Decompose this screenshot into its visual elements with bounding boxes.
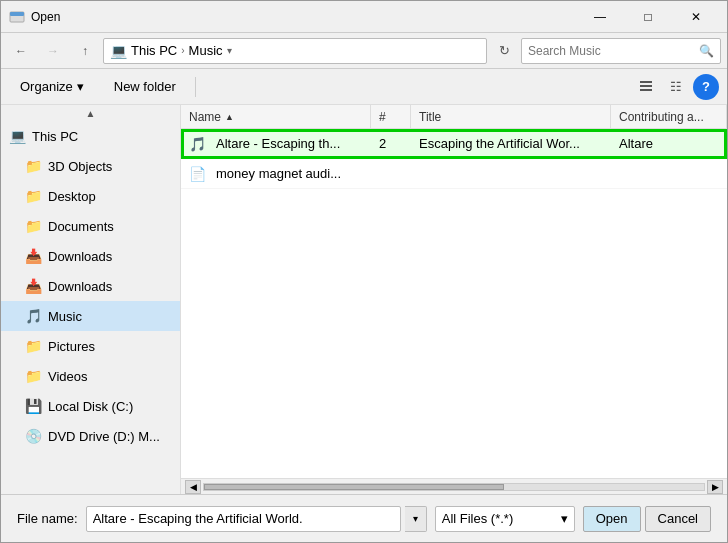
action-buttons: Open Cancel <box>583 506 711 532</box>
file-area: Name ▲ # Title Contributing a... <box>181 105 727 494</box>
help-button[interactable]: ? <box>693 74 719 100</box>
file-row-money[interactable]: 📄 money magnet audi... <box>181 159 727 189</box>
sidebar-item-desktop[interactable]: 📁 Desktop <box>1 181 180 211</box>
col-header-contributing[interactable]: Contributing a... <box>611 105 727 128</box>
file-cell-altare-contributing: Altare <box>611 129 727 158</box>
hscroll-thumb[interactable] <box>204 484 504 490</box>
new-folder-button[interactable]: New folder <box>103 74 187 100</box>
file-cell-altare-hash: 2 <box>371 129 411 158</box>
sidebar-item-thispc-label: This PC <box>32 129 78 144</box>
bottom-bar: File name: ▾ All Files (*.*) ▾ Open Canc… <box>1 494 727 542</box>
music-icon: 🎵 <box>25 308 42 324</box>
documents-icon: 📁 <box>25 218 42 234</box>
sidebar-item-thispc[interactable]: 💻 This PC <box>1 121 180 151</box>
svg-rect-3 <box>640 85 652 87</box>
desktop-icon: 📁 <box>25 188 42 204</box>
view-controls: ☷ ? <box>633 74 719 100</box>
file-cell-money-title <box>411 159 611 188</box>
maximize-button[interactable]: □ <box>625 5 671 29</box>
filetype-value: All Files (*.*) <box>442 511 514 526</box>
breadcrumb-music: Music <box>189 43 223 58</box>
col-contributing-label: Contributing a... <box>619 110 704 124</box>
col-name-label: Name <box>189 110 221 124</box>
file-icon-money: 📄 <box>189 166 206 182</box>
pictures-icon: 📁 <box>25 338 42 354</box>
sidebar-item-downloads1[interactable]: 📥 Downloads <box>1 241 180 271</box>
col-hash-label: # <box>379 110 386 124</box>
filetype-select[interactable]: All Files (*.*) ▾ <box>435 506 575 532</box>
main-area: ▲ 💻 This PC 📁 3D Objects 📁 Desktop 📁 Doc… <box>1 105 727 494</box>
localdisk-icon: 💾 <box>25 398 42 414</box>
minimize-button[interactable]: — <box>577 5 623 29</box>
hscroll-left-button[interactable]: ◀ <box>185 480 201 494</box>
address-bar: ← → ↑ 💻 This PC › Music ▾ ↻ 🔍 <box>1 33 727 69</box>
window-controls: — □ ✕ <box>577 5 719 29</box>
col-title-label: Title <box>419 110 441 124</box>
file-list-body: 🎵 Altare - Escaping th... 2 Escaping the… <box>181 129 727 478</box>
sidebar-item-dvddrive-label: DVD Drive (D:) M... <box>48 429 160 444</box>
hscroll-right-button[interactable]: ▶ <box>707 480 723 494</box>
sidebar-item-desktop-label: Desktop <box>48 189 96 204</box>
search-icon: 🔍 <box>699 44 714 58</box>
sidebar-item-videos[interactable]: 📁 Videos <box>1 361 180 391</box>
breadcrumb[interactable]: 💻 This PC › Music ▾ <box>103 38 487 64</box>
downloads2-icon: 📥 <box>25 278 42 294</box>
svg-rect-4 <box>640 89 652 91</box>
thispc-icon: 💻 <box>9 128 26 144</box>
window-icon <box>9 9 25 25</box>
videos-icon: 📁 <box>25 368 42 384</box>
filetype-arrow-icon: ▾ <box>561 511 568 526</box>
file-list-header: Name ▲ # Title Contributing a... <box>181 105 727 129</box>
sort-arrow-icon: ▲ <box>225 112 234 122</box>
forward-button[interactable]: → <box>39 38 67 64</box>
file-name-money: money magnet audi... <box>216 166 341 181</box>
col-header-name[interactable]: Name ▲ <box>181 105 371 128</box>
file-name-altare: Altare - Escaping th... <box>216 136 340 151</box>
col-header-hash[interactable]: # <box>371 105 411 128</box>
refresh-button[interactable]: ↻ <box>491 38 517 64</box>
cancel-button[interactable]: Cancel <box>645 506 711 532</box>
view-toggle-button[interactable]: ☷ <box>663 74 689 100</box>
new-folder-label: New folder <box>114 79 176 94</box>
sidebar-scroll-up[interactable]: ▲ <box>1 105 180 121</box>
view-details-button[interactable] <box>633 74 659 100</box>
downloads1-icon: 📥 <box>25 248 42 264</box>
sidebar-item-3dobjects[interactable]: 📁 3D Objects <box>1 151 180 181</box>
back-button[interactable]: ← <box>7 38 35 64</box>
sidebar-item-pictures[interactable]: 📁 Pictures <box>1 331 180 361</box>
file-hash-altare: 2 <box>379 136 386 151</box>
file-row-altare[interactable]: 🎵 Altare - Escaping th... 2 Escaping the… <box>181 129 727 159</box>
file-icon-altare: 🎵 <box>189 136 206 152</box>
title-bar: Open — □ ✕ <box>1 1 727 33</box>
sidebar-item-documents[interactable]: 📁 Documents <box>1 211 180 241</box>
file-cell-altare-name: 🎵 Altare - Escaping th... <box>181 129 371 158</box>
open-button[interactable]: Open <box>583 506 641 532</box>
svg-rect-2 <box>640 81 652 83</box>
horizontal-scrollbar: ◀ ▶ <box>181 478 727 494</box>
window-title: Open <box>31 10 577 24</box>
file-contributing-altare: Altare <box>619 136 653 151</box>
organize-arrow-icon: ▾ <box>77 79 84 94</box>
file-title-altare: Escaping the Artificial Wor... <box>419 136 580 151</box>
search-box: 🔍 <box>521 38 721 64</box>
sidebar-item-localdisk-label: Local Disk (C:) <box>48 399 133 414</box>
search-input[interactable] <box>528 44 699 58</box>
file-cell-money-hash <box>371 159 411 188</box>
toolbar: Organize ▾ New folder ☷ ? <box>1 69 727 105</box>
sidebar-item-videos-label: Videos <box>48 369 88 384</box>
close-button[interactable]: ✕ <box>673 5 719 29</box>
filename-dropdown-button[interactable]: ▾ <box>405 506 427 532</box>
up-button[interactable]: ↑ <box>71 38 99 64</box>
sidebar-item-music[interactable]: 🎵 Music <box>1 301 180 331</box>
sidebar-item-dvddrive[interactable]: 💿 DVD Drive (D:) M... <box>1 421 180 451</box>
col-header-title[interactable]: Title <box>411 105 611 128</box>
hscroll-track[interactable] <box>203 483 705 491</box>
file-cell-money-contributing <box>611 159 727 188</box>
breadcrumb-thispc: This PC <box>131 43 177 58</box>
organize-button[interactable]: Organize ▾ <box>9 74 95 100</box>
sidebar-item-localdisk[interactable]: 💾 Local Disk (C:) <box>1 391 180 421</box>
sidebar-item-downloads2[interactable]: 📥 Downloads <box>1 271 180 301</box>
filename-input[interactable] <box>86 506 401 532</box>
sidebar-item-downloads2-label: Downloads <box>48 279 112 294</box>
dvddrive-icon: 💿 <box>25 428 42 444</box>
